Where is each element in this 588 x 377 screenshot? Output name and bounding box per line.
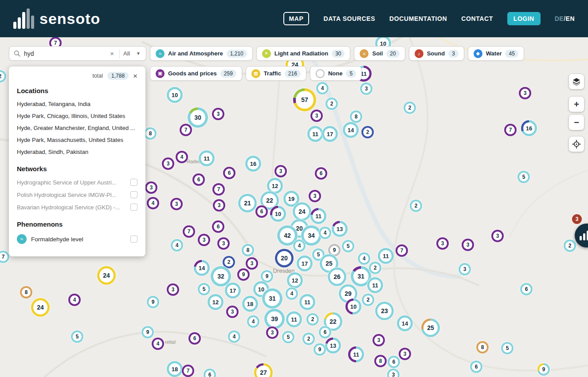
search-filter-dropdown[interactable]: All ▼ <box>123 50 141 57</box>
cluster-marker[interactable]: 3 <box>519 87 531 99</box>
cluster-marker[interactable]: 26 <box>328 267 346 286</box>
cluster-marker[interactable]: 6 <box>315 167 327 180</box>
cluster-marker[interactable]: 6 <box>255 205 268 218</box>
cluster-marker[interactable]: 3 <box>372 334 385 346</box>
filter-chip-light-and-radiation[interactable]: ☀Light and Radiation30 <box>256 46 351 61</box>
cluster-marker[interactable]: 21 <box>238 194 257 212</box>
cluster-marker[interactable]: 24 <box>293 202 311 221</box>
cluster-marker[interactable]: 10 <box>270 206 286 222</box>
cluster-marker[interactable]: 20 <box>275 249 294 267</box>
cluster-marker[interactable]: 5 <box>342 240 354 252</box>
cluster-marker[interactable]: 4 <box>358 252 370 265</box>
cluster-marker[interactable]: 25 <box>421 318 440 337</box>
filter-chip-air-and-atmosphere[interactable]: ≈Air and Atmosphere1,210 <box>150 46 253 61</box>
login-button[interactable]: LOGIN <box>507 12 541 25</box>
cluster-marker[interactable]: 3 <box>213 199 225 212</box>
network-checkbox[interactable] <box>130 191 137 198</box>
cluster-marker[interactable]: 3 <box>462 239 474 251</box>
cluster-marker[interactable]: 6 <box>212 220 224 233</box>
cluster-marker[interactable]: 5 <box>71 330 83 343</box>
cluster-marker[interactable]: 3 <box>399 348 411 360</box>
cluster-marker[interactable]: 11 <box>310 208 326 224</box>
cluster-marker[interactable]: 3 <box>145 181 157 194</box>
location-result-item[interactable]: Hyderabad, Telangana, India <box>17 98 137 110</box>
cluster-marker[interactable]: 4 <box>68 294 81 306</box>
cluster-marker[interactable]: 4 <box>293 240 306 252</box>
location-result-item[interactable]: Hyde Park, Chicago, Illinois, United Sta… <box>17 110 137 122</box>
cluster-marker[interactable]: 3 <box>360 82 372 95</box>
cluster-marker[interactable]: 4 <box>147 197 159 209</box>
cluster-marker[interactable]: 16 <box>521 120 537 136</box>
nav-map[interactable]: MAP <box>283 12 310 25</box>
cluster-marker[interactable]: 3 <box>162 157 174 170</box>
cluster-marker[interactable]: 17 <box>322 126 338 142</box>
cluster-marker[interactable]: 8 <box>20 286 32 298</box>
cluster-marker[interactable]: 7 <box>396 244 408 257</box>
cluster-marker[interactable]: 3 <box>274 165 287 177</box>
cluster-marker[interactable]: 7 <box>182 365 194 377</box>
cluster-marker[interactable]: 2 <box>361 126 374 138</box>
network-result-item[interactable]: Hydrographic Service of Upper Austri... <box>17 179 117 186</box>
cluster-marker[interactable]: 6 <box>223 167 235 179</box>
cluster-marker[interactable]: 4 <box>171 239 183 251</box>
cluster-marker[interactable]: 6 <box>470 361 482 373</box>
cluster-marker[interactable]: 3 <box>226 306 239 318</box>
zoom-out-button[interactable]: − <box>569 115 584 130</box>
cluster-marker[interactable]: 11 <box>367 277 383 293</box>
cluster-marker[interactable]: 8 <box>374 355 387 367</box>
cluster-marker[interactable]: 11 <box>286 311 302 327</box>
cluster-marker[interactable]: 3 <box>436 237 449 250</box>
lang-en[interactable]: EN <box>566 15 575 22</box>
cluster-marker[interactable]: 3 <box>266 326 278 339</box>
cluster-marker[interactable]: 14 <box>343 122 359 138</box>
cluster-marker[interactable]: 3 <box>309 190 321 202</box>
cluster-marker[interactable]: 6 <box>520 283 533 295</box>
cluster-marker[interactable]: 11 <box>299 294 315 310</box>
filter-chip-none[interactable]: None5 <box>310 66 362 81</box>
cluster-marker[interactable]: 4 <box>286 287 298 300</box>
cluster-marker[interactable]: 7 <box>180 124 192 136</box>
nav-data-sources[interactable]: DATA SOURCES <box>323 12 375 25</box>
filter-chip-goods-and-prices[interactable]: ▣Goods and prices259 <box>150 66 242 81</box>
cluster-marker[interactable]: 9 <box>314 343 326 356</box>
cluster-marker[interactable]: 3 <box>167 283 179 296</box>
cluster-marker[interactable]: 3 <box>246 257 258 270</box>
cluster-marker[interactable]: 5 <box>501 342 514 354</box>
nav-documentation[interactable]: DOCUMENTATION <box>389 12 447 25</box>
network-result-item[interactable]: Polish Hydrological Service IMGW-Pl... <box>17 192 116 198</box>
filter-chip-water[interactable]: ◆Water45 <box>468 46 524 61</box>
phenomenon-result-item[interactable]: Formaldehyde level <box>31 236 126 243</box>
cluster-marker[interactable]: 6 <box>192 173 205 186</box>
cluster-marker[interactable]: 12 <box>208 294 223 310</box>
cluster-marker[interactable]: 3 <box>310 110 323 122</box>
close-panel-button[interactable]: × <box>133 72 137 80</box>
cluster-marker[interactable]: 4 <box>176 151 188 163</box>
cluster-marker[interactable]: 12 <box>287 272 303 288</box>
cluster-marker[interactable]: 9 <box>141 326 154 338</box>
cluster-marker[interactable]: 9 <box>537 363 550 376</box>
cluster-marker[interactable]: 17 <box>297 255 313 271</box>
cluster-marker[interactable]: 11 <box>199 150 215 166</box>
cluster-marker[interactable]: 18 <box>242 296 258 312</box>
cluster-marker[interactable]: 24 <box>31 298 50 317</box>
network-checkbox[interactable] <box>130 204 137 211</box>
location-result-item[interactable]: Hyde Park, Massachusetts, United States <box>17 134 137 146</box>
cluster-marker[interactable]: 13 <box>332 221 348 237</box>
cluster-marker[interactable]: 2 <box>325 98 338 110</box>
cluster-marker[interactable]: 8 <box>144 127 157 140</box>
cluster-marker[interactable]: 2 <box>302 333 315 345</box>
cluster-marker[interactable]: 30 <box>188 107 208 128</box>
layers-button[interactable] <box>569 74 584 89</box>
cluster-marker[interactable]: 11 <box>348 346 364 362</box>
cluster-marker[interactable]: 2 <box>362 294 374 306</box>
location-result-item[interactable]: Hyde, Greater Manchester, England, Unite… <box>17 122 137 134</box>
nav-contact[interactable]: CONTACT <box>461 12 493 25</box>
location-result-item[interactable]: Hyderabad, Sindh, Pakistan <box>17 146 137 158</box>
cluster-marker[interactable]: 13 <box>325 338 341 353</box>
cluster-marker[interactable]: 3 <box>217 237 230 250</box>
locate-button[interactable] <box>569 137 584 152</box>
cluster-marker[interactable]: 7 <box>183 225 195 238</box>
cluster-marker[interactable]: 6 <box>388 356 400 368</box>
cluster-marker[interactable]: 24 <box>97 266 116 285</box>
zoom-in-button[interactable]: + <box>569 97 584 112</box>
